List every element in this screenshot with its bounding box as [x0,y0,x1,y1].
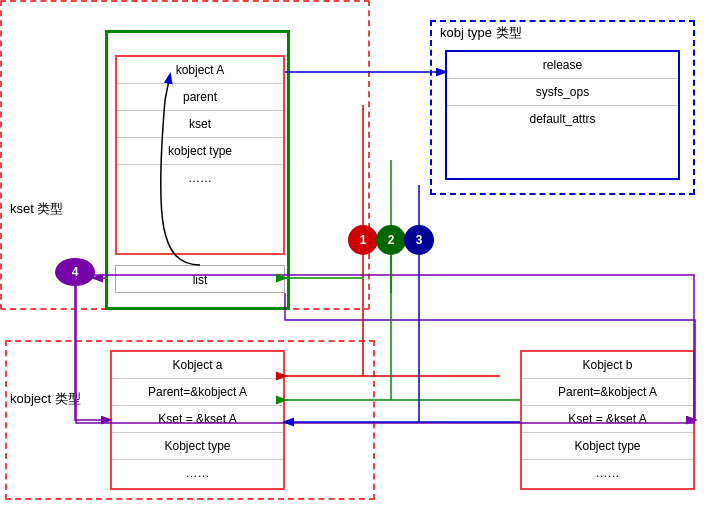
koba-row-4: …… [112,460,283,486]
kobb-row-3: Kobject type [522,433,693,460]
kobj-row-release: release [447,52,678,79]
koba-row-1: Parent=&kobject A [112,379,283,406]
koba-row-0: Kobject a [112,352,283,379]
kobject-b-box: Kobject b Parent=&kobject A Kset = &kset… [520,350,695,490]
inner-row-parent: parent [117,84,283,111]
kobj-row-default-attrs: default_attrs [447,106,678,132]
kobb-row-4: …… [522,460,693,486]
list-row: list [115,265,285,293]
inner-row-kobject-type: kobject type [117,138,283,165]
koba-row-2: Kset = &kset A [112,406,283,433]
inner-row-ellipsis: …… [117,165,283,191]
circle-1: 1 [348,225,378,255]
kset-type-label: kset 类型 [10,200,63,218]
kobj-type-inner-box: release sysfs_ops default_attrs [445,50,680,180]
kobject-a-box: Kobject a Parent=&kobject A Kset = &kset… [110,350,285,490]
kobb-row-1: Parent=&kobject A [522,379,693,406]
diagram-container: kset 类型 kset A kobject A parent kset kob… [0,0,709,511]
inner-row-kobject-a: kobject A [117,57,283,84]
circle-4: 4 [55,258,95,286]
inner-row-kset: kset [117,111,283,138]
kobj-row-sysfs-ops: sysfs_ops [447,79,678,106]
kobb-row-0: Kobject b [522,352,693,379]
circle-2: 2 [376,225,406,255]
kobject-a-inner-box: kobject A parent kset kobject type …… [115,55,285,255]
circle-3: 3 [404,225,434,255]
koba-row-3: Kobject type [112,433,283,460]
kobb-row-2: Kset = &kset A [522,406,693,433]
